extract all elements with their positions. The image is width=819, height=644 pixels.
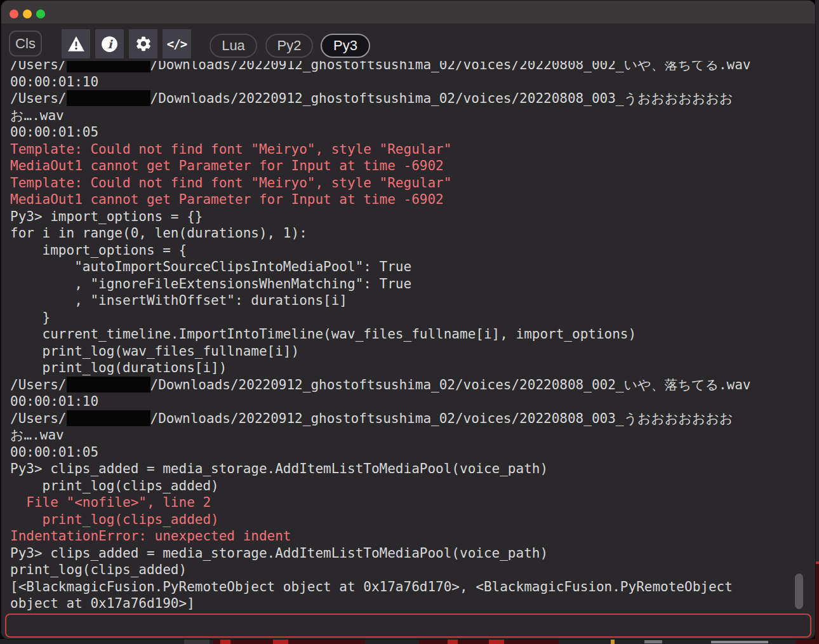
tab-lua[interactable]: Lua xyxy=(210,34,257,58)
console-text: /Users/ xyxy=(10,377,67,392)
console-output-area[interactable]: /Users//Downloads/20220912_ghostoftsushi… xyxy=(3,61,808,612)
info-icon: i xyxy=(101,36,118,53)
redaction-bar xyxy=(67,410,150,426)
console-text: /Users/ xyxy=(10,91,67,106)
console-line: for i in range(0, len(durations), 1): xyxy=(10,225,808,242)
console-line: object at 0x17a76d190>] xyxy=(10,595,808,612)
close-button[interactable] xyxy=(10,10,18,18)
console-line: MediaOut1 cannot get Parameter for Input… xyxy=(10,158,808,175)
console-log: /Users//Downloads/20220912_ghostoftsushi… xyxy=(3,61,808,612)
gear-icon xyxy=(135,35,152,53)
timeline-clip-red xyxy=(796,639,815,644)
console-text: import_options = { xyxy=(10,243,187,258)
console-text: , "ignoreFileExtensionsWhenMatching": Tr… xyxy=(10,276,411,292)
console-text: お….wav xyxy=(10,427,64,443)
titlebar[interactable] xyxy=(1,1,815,23)
clear-console-label: Cls xyxy=(15,36,36,52)
tab-py3[interactable]: Py3 xyxy=(321,34,370,58)
console-line: print_log(clips_added) xyxy=(10,511,808,528)
console-text: 00:00:01:05 xyxy=(10,445,98,460)
console-line: print_log(durations[i]) xyxy=(10,359,808,377)
background-red-block xyxy=(815,564,819,644)
settings-button[interactable] xyxy=(129,29,157,58)
console-line: お….wav xyxy=(10,107,808,124)
console-line: MediaOut1 cannot get Parameter for Input… xyxy=(10,191,808,208)
console-text: print_log(clips_added) xyxy=(10,512,219,527)
timeline-marker-yellow xyxy=(611,639,615,644)
script-editor-button[interactable]: </> xyxy=(163,29,191,58)
tab-py2[interactable]: Py2 xyxy=(265,34,313,58)
console-text: Template: Could not find font "Meiryo", … xyxy=(10,175,451,191)
console-text: Py3> clips_added = media_storage.AddItem… xyxy=(10,461,548,476)
console-text: IndentationError: unexpected indent xyxy=(10,528,291,544)
toolbar-icon-hint xyxy=(644,640,662,643)
console-line: } xyxy=(10,309,808,326)
show-errors-button[interactable] xyxy=(62,29,90,58)
console-line: お….wav xyxy=(10,427,808,444)
console-line: , "insertWithOffset": durations[i] xyxy=(10,292,808,309)
tab-py2-label: Py2 xyxy=(277,37,302,54)
background-app-bottom-strip xyxy=(0,639,819,644)
console-line: import_options = { xyxy=(10,242,808,259)
clip-mark xyxy=(448,639,458,644)
tab-lua-label: Lua xyxy=(222,37,245,54)
console-text: "autoImportSourceClipsIntoMediaPool": Tr… xyxy=(10,259,411,274)
clip-mark xyxy=(489,639,504,644)
console-line: 00:00:01:05 xyxy=(10,444,808,461)
console-line: print_log(clips_added) xyxy=(10,478,808,495)
console-window: Cls i </> Lua Py2 xyxy=(1,1,815,639)
console-line: Py3> clips_added = media_storage.AddItem… xyxy=(10,460,808,478)
console-text: print_log(durations[i]) xyxy=(10,360,227,375)
console-line: /Users//Downloads/20220912_ghostoftsushi… xyxy=(10,377,808,394)
clip-mark xyxy=(220,639,230,644)
console-text: current_timeline.ImportIntoTimeline(wav_… xyxy=(10,326,636,342)
redaction-bar xyxy=(67,377,150,392)
timeline-clip-red xyxy=(419,639,559,644)
console-text: Py3> clips_added = media_storage.AddItem… xyxy=(10,546,548,561)
redaction-bar xyxy=(67,61,150,72)
clear-console-button[interactable]: Cls xyxy=(9,30,42,57)
console-line: print_log(wav_files_fullname[i]) xyxy=(10,343,808,360)
zoom-button[interactable] xyxy=(36,10,45,18)
console-line: /Users//Downloads/20220912_ghostoftsushi… xyxy=(10,61,808,74)
clip-mark xyxy=(273,639,288,644)
console-line: , "ignoreFileExtensionsWhenMatching": Tr… xyxy=(10,276,808,293)
console-line: Py3> import_options = {} xyxy=(10,208,808,225)
show-info-button[interactable]: i xyxy=(95,29,124,58)
console-text: } xyxy=(10,310,50,325)
console-text: /Users/ xyxy=(10,411,67,426)
console-line: IndentationError: unexpected indent xyxy=(10,528,808,545)
redaction-bar xyxy=(67,90,150,106)
console-text: print_log(wav_files_fullname[i]) xyxy=(10,344,299,359)
console-text: Py3> import_options = {} xyxy=(10,209,203,224)
console-line: /Users//Downloads/20220912_ghostoftsushi… xyxy=(10,410,808,427)
console-text: お….wav xyxy=(10,108,64,123)
warning-icon xyxy=(67,36,85,52)
console-text: 00:00:01:10 xyxy=(10,74,98,90)
console-line: [<BlackmagicFusion.PyRemoteObject object… xyxy=(10,579,808,596)
console-text: object at 0x17a76d190>] xyxy=(10,596,195,611)
console-text: MediaOut1 cannot get Parameter for Input… xyxy=(10,192,444,207)
console-command-input[interactable] xyxy=(5,614,811,638)
console-line: 00:00:01:10 xyxy=(10,393,808,410)
console-text: /Users/ xyxy=(10,61,67,72)
background-app-right-strip xyxy=(815,0,819,644)
console-text: 00:00:01:05 xyxy=(10,124,98,140)
console-text: /Downloads/20220912_ghostoftsushima_02/v… xyxy=(150,61,751,72)
console-line: Template: Could not find font "Meiryo", … xyxy=(10,141,808,158)
console-line: Template: Could not find font "Meiryo", … xyxy=(10,175,808,192)
timeline-strip-segment xyxy=(184,639,210,644)
console-line: "autoImportSourceClipsIntoMediaPool": Tr… xyxy=(10,258,808,276)
console-line: /Users//Downloads/20220912_ghostoftsushi… xyxy=(10,90,808,107)
timeline-clip-red xyxy=(213,639,365,644)
console-text: for i in range(0, len(durations), 1): xyxy=(10,225,307,241)
console-text: Template: Could not find font "Meiryo", … xyxy=(10,142,451,157)
console-line: Py3> clips_added = media_storage.AddItem… xyxy=(10,545,808,562)
scrollbar-thumb[interactable] xyxy=(795,574,803,609)
console-line: 00:00:01:10 xyxy=(10,74,808,91)
console-text: 00:00:01:10 xyxy=(10,394,98,409)
console-text: MediaOut1 cannot get Parameter for Input… xyxy=(10,158,444,173)
minimize-button[interactable] xyxy=(23,10,32,18)
tab-py3-label: Py3 xyxy=(333,37,357,54)
code-icon: </> xyxy=(167,37,187,51)
